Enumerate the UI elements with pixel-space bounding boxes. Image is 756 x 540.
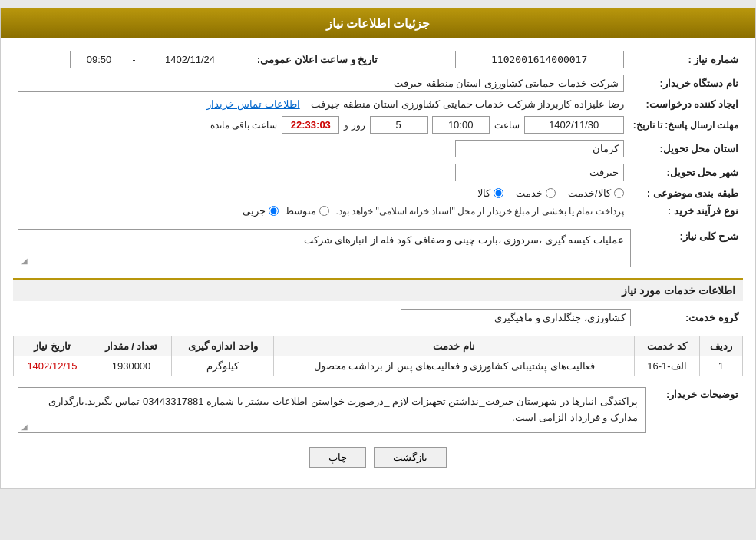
service-group-cell: کشاورزی، جنگلداری و ماهیگیری [13,306,636,330]
category-radio-kala[interactable] [494,188,503,198]
col-unit: واحد اندازه گیری [172,336,274,356]
buyer-desc-label: توضیحات خریدار: [651,384,743,436]
category-option-khedmat[interactable]: خدمت [516,187,556,199]
buyer-org-value: شرکت خدمات حمایتی کشاورزی استان منطقه جی… [18,75,624,92]
info-table: شماره نیاز : 1102001614000017 تاریخ و سا… [13,48,743,220]
process-option-jozi[interactable]: جزیی [243,205,279,217]
page-container: جزئیات اطلاعات نیاز شماره نیاز : 1102001… [0,8,756,489]
process-note: پرداخت تمام یا بخشی از مبلغ خریدار از مح… [335,206,623,217]
response-days: 5 [370,116,428,134]
category-radio-kala-khedmat[interactable] [614,188,624,198]
category-radio-khedmat[interactable] [546,188,556,198]
process-radio-jozi[interactable] [269,206,279,216]
announce-datetime-label: تاریخ و ساعت اعلان عمومی: [244,48,382,71]
services-table-body: 1الف-1-16فعالیت‌های پشتیبانی کشاورزی و ف… [14,356,743,376]
category-label-kala-khedmat: کالا/خدمت [568,187,611,199]
need-number-label: شماره نیاز : [629,48,743,71]
need-number-cell: 1102001614000017 [398,48,628,71]
table-cell: 1402/12/15 [14,356,91,376]
days-label: روز و [344,120,365,131]
need-desc-cell: عملیات کیسه گیری ،سردوزی ،بارت چینی و صف… [13,226,636,270]
city-row: شهر محل تحویل: جیرفت [13,161,743,184]
province-value: کرمان [455,140,624,157]
col-date: تاریخ نیاز [14,336,91,356]
creator-value: رضا علیزاده کاربرداز شرکت خدمات حمایتی ک… [311,98,624,110]
buttons-row: بازگشت چاپ [13,447,743,468]
content-area: شماره نیاز : 1102001614000017 تاریخ و سا… [1,38,755,488]
city-value: جیرفت [455,164,624,181]
table-cell: 1930000 [91,356,171,376]
resize-handle[interactable]: ◢ [20,257,28,265]
table-cell: کیلوگرم [172,356,274,376]
service-group-row: گروه خدمت: کشاورزی، جنگلداری و ماهیگیری [13,306,743,330]
city-label: شهر محل تحویل: [629,161,743,184]
creator-cell: رضا علیزاده کاربرداز شرکت خدمات حمایتی ک… [13,95,629,113]
process-radio-mutavasit[interactable] [319,206,329,216]
category-label-kala: کالا [477,187,490,199]
services-section-header: اطلاعات خدمات مورد نیاز [13,278,743,301]
process-row: نوع فرآیند خرید : پرداخت تمام یا بخشی از… [13,202,743,220]
col-quantity: تعداد / مقدار [91,336,171,356]
table-row: 1الف-1-16فعالیت‌های پشتیبانی کشاورزی و ف… [14,356,743,376]
announce-time: 09:50 [70,51,127,68]
need-desc-row: شرح کلی نیاز: عملیات کیسه گیری ،سردوزی ،… [13,226,743,270]
resize-handle-buyer[interactable]: ◢ [20,423,28,431]
service-group-value: کشاورزی، جنگلداری و ماهیگیری [401,309,631,326]
response-time: 10:00 [432,116,490,134]
remaining-label: ساعت باقی مانده [210,120,278,131]
category-label: طبقه بندی موضوعی : [629,184,743,202]
buyer-desc-row: توضیحات خریدار: پراکندگی انبارها در شهرس… [13,384,743,436]
need-desc-table: شرح کلی نیاز: عملیات کیسه گیری ،سردوزی ،… [13,226,743,270]
buyer-desc-cell: پراکندگی انبارها در شهرستان جیرفت_نداشتن… [13,384,651,436]
response-date: 1402/11/30 [524,116,624,134]
services-header-row: ردیف کد خدمت نام خدمت واحد اندازه گیری ت… [14,336,743,356]
response-deadline-label: مهلت ارسال پاسخ: تا تاریخ: [629,113,743,137]
need-desc-label: شرح کلی نیاز: [636,226,743,270]
category-option-kala-khedmat[interactable]: کالا/خدمت [568,187,624,199]
process-cell: پرداخت تمام یا بخشی از مبلغ خریدار از مح… [13,202,629,220]
col-row-num: ردیف [699,336,742,356]
category-row: طبقه بندی موضوعی : کالا/خدمت خدمت [13,184,743,202]
table-cell: فعالیت‌های پشتیبانی کشاورزی و فعالیت‌های… [274,356,635,376]
buyer-desc-table: توضیحات خریدار: پراکندگی انبارها در شهرس… [13,384,743,436]
need-desc-value: عملیات کیسه گیری ،سردوزی ،بارت چینی و صف… [304,234,624,246]
process-label-mutavasit: متوسط [285,205,316,217]
buyer-desc-value: پراکندگی انبارها در شهرستان جیرفت_نداشتن… [48,396,638,423]
process-option-mutavasit[interactable]: متوسط [285,205,329,217]
need-desc-box: عملیات کیسه گیری ،سردوزی ،بارت چینی و صف… [18,229,631,267]
print-button[interactable]: چاپ [309,447,366,468]
province-row: استان محل تحویل: کرمان [13,137,743,161]
need-number-value: 1102001614000017 [455,51,624,68]
province-label: استان محل تحویل: [629,137,743,161]
back-button[interactable]: بازگشت [374,447,447,468]
page-title: جزئیات اطلاعات نیاز [326,17,431,30]
category-label-khedmat: خدمت [516,187,543,199]
page-header: جزئیات اطلاعات نیاز [1,8,755,38]
response-deadline-cell: 1402/11/30 ساعت 10:00 5 روز و 22:33:03 س… [13,113,629,137]
response-deadline-row: مهلت ارسال پاسخ: تا تاریخ: 1402/11/30 سا… [13,113,743,137]
service-group-label: گروه خدمت: [636,306,743,330]
announce-datetime-cell: 1402/11/24 - 09:50 [13,48,244,71]
category-option-kala[interactable]: کالا [477,187,503,199]
buyer-org-label: نام دستگاه خریدار: [629,71,743,95]
need-number-row: شماره نیاز : 1102001614000017 تاریخ و سا… [13,48,743,71]
buyer-desc-box: پراکندگی انبارها در شهرستان جیرفت_نداشتن… [18,387,646,433]
process-label: نوع فرآیند خرید : [629,202,743,220]
services-table: ردیف کد خدمت نام خدمت واحد اندازه گیری ت… [13,336,743,376]
col-name: نام خدمت [274,336,635,356]
creator-link[interactable]: اطلاعات تماس خریدار [206,98,299,110]
announce-date: 1402/11/24 [140,51,239,68]
buyer-org-row: نام دستگاه خریدار: شرکت خدمات حمایتی کشا… [13,71,743,95]
province-cell: کرمان [13,137,629,161]
category-cell: کالا/خدمت خدمت کالا [13,184,629,202]
creator-row: ایجاد کننده درخواست: رضا علیزاده کاربردا… [13,95,743,113]
time-label: ساعت [494,120,520,131]
city-cell: جیرفت [13,161,629,184]
remaining-time: 22:33:03 [282,116,339,134]
services-table-header: ردیف کد خدمت نام خدمت واحد اندازه گیری ت… [14,336,743,356]
service-group-table: گروه خدمت: کشاورزی، جنگلداری و ماهیگیری [13,306,743,330]
creator-label: ایجاد کننده درخواست: [629,95,743,113]
col-code: کد خدمت [635,336,699,356]
category-radio-group: کالا/خدمت خدمت کالا [18,187,624,199]
table-cell: الف-1-16 [635,356,699,376]
